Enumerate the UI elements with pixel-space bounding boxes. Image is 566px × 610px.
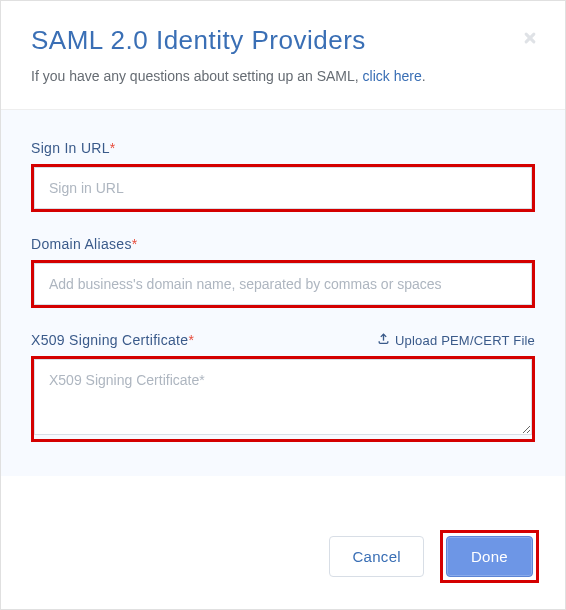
domain-aliases-label: Domain Aliases* [31,236,535,252]
saml-identity-providers-modal: SAML 2.0 Identity Providers If you have … [0,0,566,610]
close-icon[interactable] [521,29,539,47]
modal-header: SAML 2.0 Identity Providers If you have … [1,1,565,110]
upload-cert-link[interactable]: Upload PEM/CERT File [377,332,535,348]
required-asterisk: * [110,140,116,156]
done-button[interactable]: Done [446,536,533,577]
cancel-button[interactable]: Cancel [329,536,424,577]
modal-body: Sign In URL* Domain Aliases* X509 Signin… [1,110,565,476]
modal-subtitle: If you have any questions about setting … [31,66,535,87]
required-asterisk: * [132,236,138,252]
sign-in-url-input[interactable] [34,167,532,209]
cert-label-row: X509 Signing Certificate* Upload PEM/CER… [31,332,535,348]
cert-textarea[interactable] [34,359,532,435]
cert-label: X509 Signing Certificate* [31,332,194,348]
subtitle-suffix: . [422,68,426,84]
done-button-highlight: Done [440,530,539,583]
sign-in-url-field-group: Sign In URL* [31,140,535,212]
upload-icon [377,332,390,348]
label-text: Sign In URL [31,140,110,156]
sign-in-url-highlight [31,164,535,212]
cert-field-group: X509 Signing Certificate* Upload PEM/CER… [31,332,535,442]
cert-highlight [31,356,535,442]
subtitle-text: If you have any questions about setting … [31,68,363,84]
sign-in-url-label: Sign In URL* [31,140,535,156]
required-asterisk: * [188,332,194,348]
modal-title: SAML 2.0 Identity Providers [31,25,535,56]
upload-link-label: Upload PEM/CERT File [395,333,535,348]
modal-footer: Cancel Done [1,510,565,609]
help-link[interactable]: click here [363,68,422,84]
domain-aliases-highlight [31,260,535,308]
label-text: Domain Aliases [31,236,132,252]
label-text: X509 Signing Certificate [31,332,188,348]
domain-aliases-field-group: Domain Aliases* [31,236,535,308]
domain-aliases-input[interactable] [34,263,532,305]
